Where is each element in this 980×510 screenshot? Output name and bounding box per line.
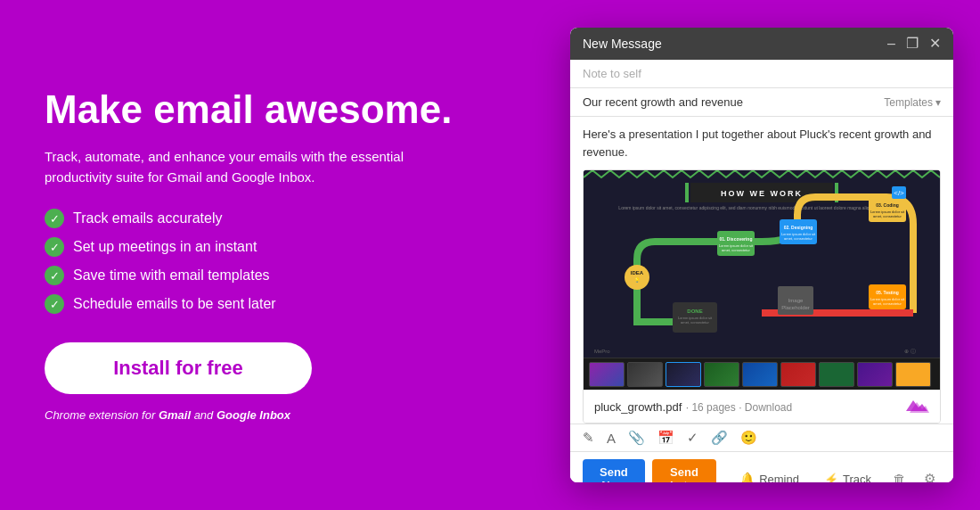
enhance-icon[interactable]: ✎: [583, 430, 594, 446]
compose-window: New Message – ❐ ✕ Note to self Our recen…: [570, 28, 953, 482]
svg-text:amet, consectetur: amet, consectetur: [873, 301, 902, 306]
thumbnail[interactable]: [895, 362, 931, 387]
track-button[interactable]: ⚡ Track: [815, 467, 880, 483]
subtitle: Track, automate, and enhance your emails…: [45, 147, 419, 187]
svg-text:Lorem ipsum dolor sit amet, co: Lorem ipsum dolor sit amet, consectetur …: [618, 205, 904, 210]
svg-text:Placeholder: Placeholder: [781, 305, 810, 310]
svg-text:⊕ ⓘ: ⊕ ⓘ: [904, 349, 916, 354]
svg-text:03. Coding: 03. Coding: [876, 202, 899, 208]
gmail-link[interactable]: Gmail: [159, 408, 191, 422]
thumbnail-active[interactable]: [666, 362, 701, 387]
minimize-button[interactable]: –: [887, 37, 895, 51]
remind-label: Remind: [759, 473, 799, 483]
page-count: 16 pages: [691, 401, 735, 414]
svg-text:IDEA: IDEA: [631, 270, 644, 276]
check-icon: ✓: [45, 237, 64, 257]
attachment-info: pluck_growth.pdf · 16 pages · Download: [584, 390, 940, 423]
svg-text:HOW WE WORK: HOW WE WORK: [721, 189, 803, 198]
features-list: ✓ Track emails accurately ✓ Set up meeti…: [45, 209, 454, 314]
thumbnail[interactable]: [742, 362, 778, 387]
send-now-button[interactable]: Send Now: [583, 459, 645, 482]
svg-text:Image: Image: [788, 298, 804, 303]
svg-text:</>: </>: [894, 189, 904, 197]
lightning-icon: ⚡: [824, 473, 838, 483]
feature-label: Save time with email templates: [73, 267, 270, 284]
install-button[interactable]: Install for free: [45, 342, 312, 394]
svg-text:💡: 💡: [634, 277, 641, 284]
emoji-icon[interactable]: 🙂: [740, 430, 757, 446]
thumbnail[interactable]: [819, 362, 854, 387]
left-panel: Make email awesome. Track, automate, and…: [0, 53, 499, 457]
thumbnail[interactable]: [627, 362, 663, 387]
subject-text: Our recent growth and revenue: [583, 95, 743, 109]
subject-field[interactable]: Our recent growth and revenue Templates …: [570, 88, 953, 117]
calendar-icon[interactable]: 📅: [657, 430, 674, 446]
svg-text:DONE: DONE: [687, 308, 702, 314]
remind-button[interactable]: 🔔 Remind: [731, 466, 808, 482]
thumbnail[interactable]: [589, 362, 625, 387]
attachment-icon[interactable]: 📎: [628, 430, 645, 446]
inbox-link[interactable]: Google Inbox: [216, 408, 290, 422]
compose-body: Note to self Our recent growth and reven…: [570, 60, 953, 482]
link-icon[interactable]: 🔗: [711, 430, 728, 446]
note-to-self-placeholder: Note to self: [583, 67, 641, 80]
chrome-note-mid: and: [191, 408, 216, 422]
feature-label: Set up meetings in an instant: [73, 239, 257, 255]
compose-title: New Message: [583, 37, 662, 51]
delete-button[interactable]: 🗑: [887, 466, 911, 483]
attachment-details: pluck_growth.pdf · 16 pages · Download: [594, 399, 792, 415]
check-icon: ✓: [45, 209, 64, 228]
check-icon: ✓: [45, 266, 64, 285]
templates-button[interactable]: Templates ▾: [884, 96, 941, 109]
svg-text:amet, consectetur: amet, consectetur: [681, 320, 709, 325]
close-button[interactable]: ✕: [929, 37, 941, 51]
bell-icon: 🔔: [739, 472, 755, 482]
svg-text:05. Testing: 05. Testing: [876, 290, 899, 295]
chrome-note: Chrome extension for Gmail and Google In…: [45, 408, 454, 422]
svg-rect-4: [685, 183, 689, 202]
list-item: ✓ Schedule emails to be sent later: [45, 294, 454, 314]
download-link[interactable]: Download: [745, 401, 792, 414]
thumbnail[interactable]: [857, 362, 893, 387]
svg-text:01. Discovering: 01. Discovering: [720, 236, 753, 242]
attachment-container: HOW WE WORK Lorem ipsum dolor sit amet, …: [583, 169, 941, 424]
list-item: ✓ Save time with email templates: [45, 266, 454, 285]
check-icon: ✓: [45, 294, 64, 314]
action-bar: Send Now Send Later 🔔 Remind ⚡ Track 🗑 ⚙: [570, 451, 953, 482]
font-icon[interactable]: A: [607, 431, 616, 446]
maximize-button[interactable]: ❐: [906, 37, 919, 51]
svg-text:02. Designing: 02. Designing: [784, 225, 813, 230]
headline: Make email awesome.: [45, 88, 454, 131]
thumbnail[interactable]: [780, 362, 816, 387]
thumbnail-strip: [584, 358, 940, 390]
templates-label: Templates: [884, 96, 933, 109]
presentation-preview: HOW WE WORK Lorem ipsum dolor sit amet, …: [584, 170, 940, 358]
list-item: ✓ Track emails accurately: [45, 209, 454, 228]
svg-text:amet, consectetur: amet, consectetur: [873, 214, 902, 218]
settings-button[interactable]: ⚙: [919, 465, 941, 482]
window-controls: – ❐ ✕: [887, 37, 941, 51]
message-body[interactable]: Here's a presentation I put together abo…: [570, 117, 953, 169]
compose-header: New Message – ❐ ✕: [570, 28, 953, 60]
send-later-button[interactable]: Send Later: [652, 459, 716, 482]
svg-text:MePro: MePro: [594, 349, 610, 354]
attachment-name: pluck_growth.pdf: [594, 400, 682, 414]
note-to-self-field[interactable]: Note to self: [570, 60, 953, 88]
feature-label: Track emails accurately: [73, 210, 222, 226]
thumbnail[interactable]: [704, 362, 739, 387]
svg-text:amet, consectetur: amet, consectetur: [722, 248, 750, 252]
svg-text:amet, consectetur: amet, consectetur: [784, 236, 813, 241]
formatting-toolbar: ✎ A 📎 📅 ✓ 🔗 🙂: [570, 424, 953, 451]
chrome-note-prefix: Chrome extension for: [45, 408, 159, 422]
track-label: Track: [843, 473, 871, 483]
list-item: ✓ Set up meetings in an instant: [45, 237, 454, 257]
check-icon[interactable]: ✓: [687, 430, 698, 446]
attachment-meta: · 16 pages · Download: [686, 401, 792, 414]
feature-label: Schedule emails to be sent later: [73, 296, 276, 312]
chevron-down-icon: ▾: [935, 96, 941, 109]
attachment-logo: [904, 398, 929, 415]
